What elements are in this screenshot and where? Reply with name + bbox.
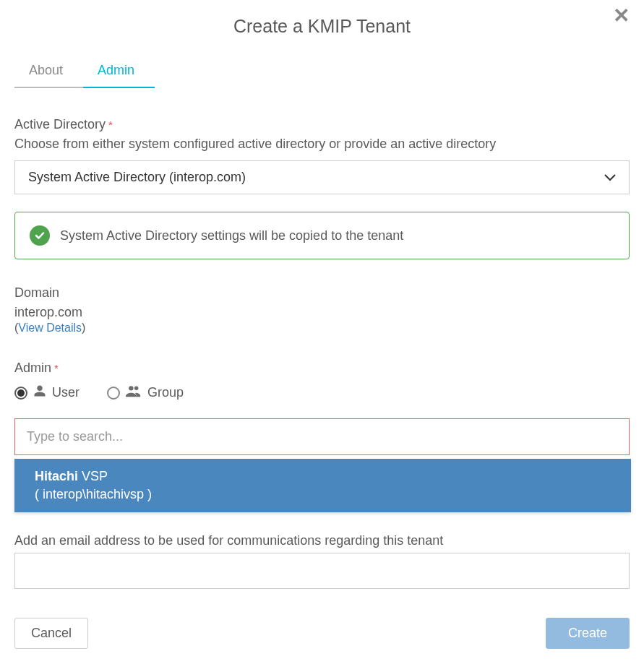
admin-search-input[interactable]: [14, 418, 630, 455]
active-directory-helper: Choose from either system configured act…: [14, 137, 630, 152]
radio-group-outer: [107, 387, 120, 400]
required-asterisk: *: [108, 118, 113, 131]
check-circle-icon: [30, 225, 50, 246]
active-directory-select[interactable]: System Active Directory (interop.com): [14, 160, 630, 194]
group-icon: [126, 384, 142, 401]
radio-user-outer: [14, 387, 27, 400]
radio-user-label: User: [52, 385, 80, 400]
view-details-link[interactable]: View Details: [18, 322, 82, 334]
admin-suggestion-item[interactable]: Hitachi VSP ( interop\hitachivsp ): [14, 459, 631, 512]
email-helper: Add an email address to be used for comm…: [14, 533, 630, 548]
admin-field-label: Admin *: [14, 361, 630, 376]
admin-section: Admin * User Group Hitachi VSP ( interop…: [14, 361, 630, 533]
email-section: Add an email address to be used for comm…: [14, 533, 630, 618]
admin-label-text: Admin: [14, 361, 51, 376]
close-icon[interactable]: ✕: [613, 6, 630, 26]
active-directory-section: Active Directory * Choose from either sy…: [14, 117, 630, 259]
radio-user[interactable]: User: [14, 384, 80, 401]
suggestion-name-rest: VSP: [78, 469, 108, 483]
dialog-title: Create a KMIP Tenant: [14, 16, 630, 37]
domain-label: Domain: [14, 285, 630, 301]
svg-point-0: [129, 386, 133, 390]
active-directory-selected: System Active Directory (interop.com): [28, 170, 246, 185]
active-directory-label: Active Directory *: [14, 117, 630, 132]
radio-user-inner: [17, 389, 25, 397]
domain-section: Domain interop.com (View Details): [14, 285, 630, 335]
suggestion-path: ( interop\hitachivsp ): [35, 487, 611, 502]
dialog-footer: Cancel Create: [14, 618, 630, 649]
cancel-button[interactable]: Cancel: [14, 618, 88, 649]
ad-info-banner: System Active Directory settings will be…: [14, 212, 630, 259]
chevron-down-icon: [604, 171, 616, 184]
user-icon: [33, 384, 46, 401]
active-directory-label-text: Active Directory: [14, 117, 106, 132]
ad-info-text: System Active Directory settings will be…: [60, 228, 403, 243]
tab-about[interactable]: About: [14, 56, 83, 88]
domain-value: interop.com: [14, 305, 630, 320]
required-asterisk: *: [54, 362, 59, 374]
tab-admin[interactable]: Admin: [83, 56, 155, 88]
admin-search-wrapper: Hitachi VSP ( interop\hitachivsp ): [14, 418, 630, 455]
tab-bar: About Admin: [14, 56, 630, 88]
create-button[interactable]: Create: [546, 618, 630, 649]
radio-group[interactable]: Group: [107, 384, 184, 401]
view-details-wrapper: (View Details): [14, 322, 630, 335]
radio-group-label: Group: [147, 385, 184, 400]
svg-point-1: [134, 387, 139, 391]
email-input[interactable]: [14, 553, 630, 589]
admin-type-radios: User Group: [14, 384, 630, 401]
dialog-header: Create a KMIP Tenant ✕: [14, 7, 630, 56]
suggestion-name-match: Hitachi: [35, 469, 78, 483]
suggestion-name: Hitachi VSP: [35, 469, 611, 484]
